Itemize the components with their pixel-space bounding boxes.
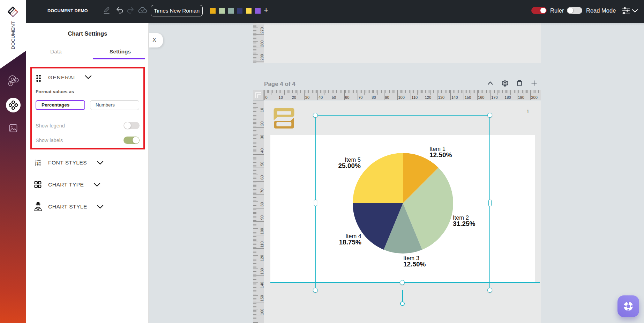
svg-text:T: T xyxy=(36,160,39,166)
svg-text:H: H xyxy=(16,79,17,81)
svg-text:H: H xyxy=(10,83,12,85)
